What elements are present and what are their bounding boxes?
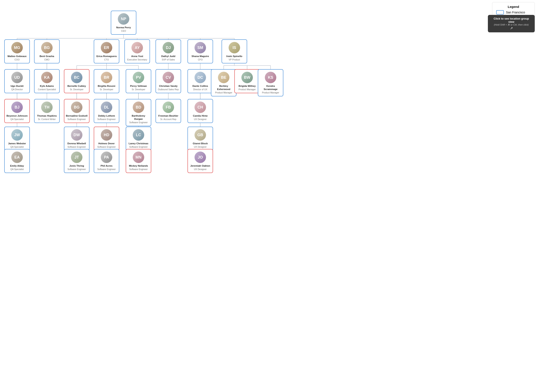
node-freeman[interactable]: FB Freeman Beuhler Sr. Account Rep (155, 99, 181, 123)
node-james[interactable]: JW James Webster QA Specialist (4, 127, 30, 151)
node-erica[interactable]: ER Erica Romaguera CTO (94, 39, 119, 63)
tooltip-main-text: Click to see location group view (491, 17, 531, 24)
node-mickey[interactable]: MN Mickey Neilands Software Engineer (126, 149, 151, 173)
node-camila[interactable]: CH Camila Hintz UX Designer (188, 99, 213, 123)
node-phil[interactable]: PA Phil Acres Software Engineer (94, 149, 119, 173)
node-birgitta[interactable]: BR Birgitta Rosoni Sr. Developer (94, 69, 119, 93)
node-bartholemy[interactable]: BD Bartholemy Durgan Software Engineer (126, 99, 151, 126)
node-ugo[interactable]: UD Ugo Duckit QA Director (4, 69, 30, 93)
node-bernelle[interactable]: BC Bernelle Cubley Sr. Developer (64, 69, 90, 93)
tooltip-sub-text: (Hold Shift + ⌘ or Ctrl, then click) (491, 24, 531, 26)
node-brigida[interactable]: BW Brigida Withey Product Manager (234, 69, 260, 93)
title-norma: CEO (121, 30, 126, 33)
node-dante[interactable]: DC Dante Collins Director of UX (188, 69, 213, 93)
node-anna[interactable]: AY Anna Yost Executive Secretary (125, 39, 150, 63)
node-debby[interactable]: DL Debby Lethem Software Engineer (94, 99, 119, 123)
node-norma[interactable]: NP Norma Perry CEO (111, 11, 136, 35)
node-christian[interactable]: CV Christian Vandy Outbound Sales Rep (155, 69, 181, 93)
node-irwin[interactable]: IS Irwin Spinello VP Product (221, 39, 247, 63)
name-norma: Norma Perry (116, 26, 131, 29)
node-bernadine[interactable]: BG Bernadine Godsell Software Engineer (64, 99, 90, 123)
node-matteo[interactable]: MG Matteo Gobeaux COO (4, 39, 30, 63)
node-gianni[interactable]: GB Gianni Block UX Designer (188, 127, 213, 151)
node-kendra[interactable]: KS Kendra Scrammage Product Manager (258, 69, 283, 96)
node-bent[interactable]: BG Bent Grasha CMO (34, 39, 60, 63)
node-thomas[interactable]: TH Thomas Hopkins Sr. Content Writer (34, 99, 60, 123)
node-holmes[interactable]: HD Holmes Dever Software Engineer (94, 127, 119, 151)
node-shana[interactable]: SM Shana Maguire CFO (188, 39, 213, 63)
legend-title: Legend (496, 5, 531, 9)
avatar-norma: NP (118, 13, 129, 25)
node-beyonce[interactable]: BJ Beyonce Johnson QA Specialist (4, 99, 30, 123)
org-chart-container: Legend San Francisco New York Click to s… (0, 0, 539, 392)
node-berkley[interactable]: BE Berkley Esherwood Product Manager (211, 69, 236, 96)
node-kyle[interactable]: KA Kyle Adams Content Specialist (34, 69, 60, 93)
sf-color-box (496, 10, 504, 14)
node-dathyl[interactable]: DJ Dathyl Judd SVP of Sales (155, 39, 181, 63)
sf-label: San Francisco (506, 11, 525, 14)
node-percy[interactable]: PV Percy Veltman Sr. Developer (126, 69, 151, 93)
location-group-view-button[interactable]: Click to see location group view (Hold S… (488, 15, 535, 32)
node-dorena[interactable]: DW Dorena Whebell Software Engineer (64, 127, 90, 151)
node-jeremiah[interactable]: JO Jeremiah Oakton UX Designer (188, 149, 213, 173)
legend-sf: San Francisco (496, 10, 531, 14)
node-laney[interactable]: LC Laney Christmas Software Engineer (126, 127, 151, 151)
node-emily[interactable]: EA Emily Alday QA Specialist (4, 149, 30, 173)
node-jonis[interactable]: JT Jonis Thring Software Engineer (64, 149, 90, 173)
cursor-icon: ↗ (510, 26, 513, 30)
